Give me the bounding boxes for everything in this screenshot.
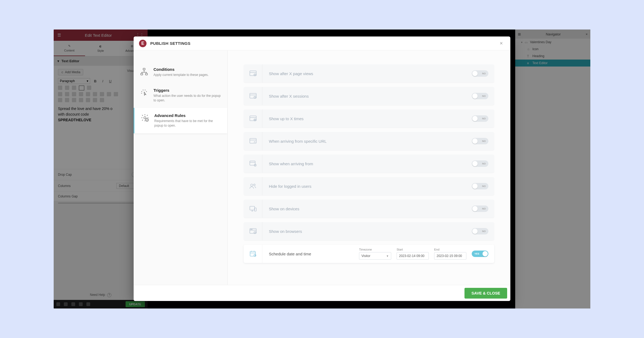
toggle-label: NO	[482, 140, 486, 142]
end-field: End 2023-02-15 09:00	[434, 248, 466, 260]
chevron-down-icon: ▼	[386, 255, 389, 258]
rule-toggle[interactable]: NO	[472, 183, 488, 189]
sitemap-icon	[140, 67, 149, 76]
start-input[interactable]: 2023-02-14 09:00	[397, 252, 429, 260]
schedule-toggle[interactable]: YES	[472, 251, 488, 257]
sidebar-item-title: Advanced Rules	[154, 113, 221, 118]
rule-schedule: Schedule date and time Timezone Visitor …	[244, 245, 494, 263]
timezone-label: Timezone	[359, 248, 391, 251]
rule-label: Show after X page views	[262, 71, 320, 76]
rule-arriving-from: Show when arriving from NO	[244, 155, 494, 173]
svg-rect-1	[141, 73, 143, 75]
page-views-icon	[244, 64, 262, 83]
toggle-label: NO	[482, 117, 486, 120]
sidebar-item-desc: Apply current template to these pages.	[153, 73, 208, 77]
sidebar-item-advanced-rules[interactable]: Advanced Rules Requirements that have to…	[134, 108, 227, 133]
sidebar-item-desc: Requirements that have to be met for the…	[154, 119, 221, 128]
toggle-label: YES	[474, 252, 479, 255]
svg-rect-2	[145, 73, 148, 75]
rule-toggle[interactable]: NO	[472, 115, 488, 122]
sessions-icon	[244, 87, 262, 105]
modal-sidebar: Conditions Apply current template to the…	[134, 50, 228, 285]
toggle-label: NO	[482, 185, 486, 188]
rule-label: When arriving from specific URL	[262, 139, 333, 144]
sidebar-item-title: Triggers	[153, 88, 221, 93]
users-icon	[244, 177, 262, 195]
modal-title: PUBLISH SETTINGS	[150, 41, 191, 46]
arriving-icon	[244, 155, 262, 173]
timezone-value: Visitor	[361, 254, 370, 258]
modal-footer: SAVE & CLOSE	[134, 285, 510, 301]
start-label: Start	[397, 248, 429, 251]
timezone-select[interactable]: Visitor ▼	[359, 252, 391, 260]
rule-browsers: Show on browsers NO	[244, 222, 494, 240]
end-value: 2023-02-15 09:00	[437, 254, 462, 258]
end-input[interactable]: 2023-02-15 09:00	[434, 252, 466, 260]
rule-label: Show on devices	[262, 207, 306, 211]
rule-toggle[interactable]: NO	[472, 70, 488, 77]
rule-label: Show on browsers	[262, 229, 308, 234]
rule-label: Show up to X times	[262, 116, 310, 121]
rule-toggle[interactable]: NO	[472, 205, 488, 212]
toggle-label: NO	[482, 72, 486, 75]
modal-header: E PUBLISH SETTINGS ×	[134, 36, 510, 50]
rule-page-views: Show after X page views NO	[244, 64, 494, 83]
rule-specific-url: When arriving from specific URL NO	[244, 132, 494, 150]
close-button[interactable]: ×	[497, 40, 505, 47]
gear-icon	[140, 113, 149, 122]
start-field: Start 2023-02-14 09:00	[397, 248, 429, 260]
svg-point-29	[251, 229, 251, 230]
sidebar-item-conditions[interactable]: Conditions Apply current template to the…	[134, 62, 227, 83]
modal-main: Show after X page views NO Show after X …	[228, 50, 510, 285]
devices-icon	[244, 200, 262, 218]
end-label: End	[434, 248, 466, 251]
calendar-icon	[244, 245, 262, 263]
rule-label: Hide for logged in users	[262, 184, 318, 189]
rule-label: Schedule date and time	[262, 252, 318, 256]
svg-rect-23	[250, 206, 255, 210]
rule-toggle[interactable]: NO	[472, 160, 488, 167]
rule-sessions: Show after X sessions NO	[244, 87, 494, 105]
toggle-label: NO	[482, 230, 486, 233]
url-icon	[244, 132, 262, 150]
rule-label: Show after X sessions	[262, 94, 315, 98]
rule-toggle[interactable]: NO	[472, 228, 488, 234]
click-icon	[140, 88, 149, 97]
rule-hide-logged-in: Hide for logged in users NO	[244, 177, 494, 195]
svg-point-3	[144, 117, 146, 119]
svg-point-22	[254, 184, 255, 186]
svg-point-30	[252, 229, 252, 230]
rule-label: Show when arriving from	[262, 161, 320, 166]
rule-toggle[interactable]: NO	[472, 138, 488, 144]
rule-toggle[interactable]: NO	[472, 93, 488, 99]
sidebar-item-desc: What action the user needs to do for the…	[153, 94, 221, 103]
toggle-label: NO	[482, 162, 486, 165]
toggle-label: NO	[482, 95, 486, 97]
svg-rect-0	[143, 68, 145, 70]
elementor-logo-icon: E	[139, 40, 147, 47]
start-value: 2023-02-14 09:00	[399, 254, 425, 258]
sidebar-item-title: Conditions	[153, 67, 208, 72]
save-close-button[interactable]: SAVE & CLOSE	[464, 288, 507, 299]
sidebar-item-triggers[interactable]: Triggers What action the user needs to d…	[134, 83, 227, 108]
rule-devices: Show on devices NO	[244, 200, 494, 218]
times-icon	[244, 109, 262, 128]
publish-settings-modal: E PUBLISH SETTINGS × Conditions Apply cu…	[134, 36, 510, 301]
timezone-field: Timezone Visitor ▼	[359, 248, 391, 260]
browser-icon	[244, 222, 262, 240]
rule-up-to-times: Show up to X times NO	[244, 109, 494, 128]
svg-point-21	[251, 184, 253, 186]
toggle-label: NO	[482, 207, 486, 210]
svg-rect-32	[250, 251, 255, 256]
